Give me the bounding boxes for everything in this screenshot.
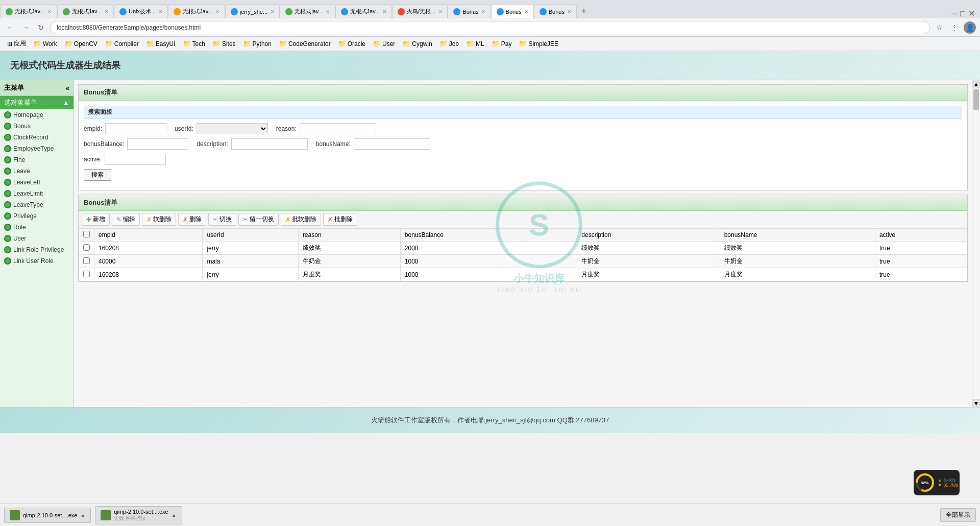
userId-select[interactable] [197, 123, 268, 134]
sidebar-section-btn[interactable]: 选对象菜单 ▲ [0, 96, 74, 109]
edit-button[interactable]: ✎ 编辑 [112, 213, 140, 226]
sidebar-item-employeetype[interactable]: EmployeeType [0, 143, 74, 154]
sidebar-item-link-user-role[interactable]: Link User Role [0, 255, 74, 267]
forward-button[interactable]: → [19, 21, 32, 34]
taskbar-item-1[interactable]: qimp-2.10.0-set....exe ▲ [4, 508, 91, 523]
tab-close-6[interactable]: × [326, 8, 330, 15]
tab-7[interactable]: 无根式Jav... × [335, 4, 393, 18]
back-button[interactable]: ← [4, 21, 16, 34]
row1-checkbox[interactable] [83, 244, 90, 251]
tab-9[interactable]: Bonus × [448, 4, 491, 18]
tab-1[interactable]: 无根式Jav... × [0, 4, 57, 18]
row2-userId: mala [203, 255, 298, 268]
close-window-button[interactable]: ✕ [968, 9, 975, 18]
tab-2[interactable]: 无根式Jav... × [57, 4, 114, 18]
delete-button[interactable]: ✗ 删除 [178, 213, 206, 226]
bookmark-codegenerator[interactable]: 📁 CodeGenerator [276, 39, 334, 49]
sidebar-item-leavelimit[interactable]: LeaveLimit [0, 188, 74, 199]
tab-close-7[interactable]: × [383, 8, 386, 15]
bookmark-work[interactable]: 📁 Work [30, 39, 60, 49]
sidebar-collapse-btn[interactable]: « [66, 84, 69, 92]
bookmark-ml[interactable]: 📁 ML [463, 39, 487, 49]
sidebar-item-link-role-privilege[interactable]: Link Role Privilege [0, 244, 74, 255]
tab-close-11[interactable]: × [568, 8, 571, 15]
sidebar-item-icon-clockrecord [4, 134, 11, 141]
scroll-thumb[interactable] [973, 89, 979, 110]
tab-4[interactable]: 无根式Jav... × [168, 4, 225, 18]
new-tab-button[interactable]: + [577, 4, 591, 18]
description-input[interactable] [231, 138, 308, 150]
right-scrollbar[interactable]: ▲ ▼ [972, 80, 980, 407]
sidebar-item-leaveleft[interactable]: LeaveLeft [0, 177, 74, 188]
scroll-down-btn[interactable]: ▼ [972, 399, 980, 407]
tab-favicon-7 [341, 8, 348, 15]
bookmark-simplejee[interactable]: 📁 SimpleJEE [516, 39, 561, 49]
reload-button[interactable]: ↻ [35, 21, 47, 34]
keep-one-button[interactable]: ✂ 留一切换 [238, 213, 279, 226]
bookmark-easyui[interactable]: 📁 EasyUI [143, 39, 179, 49]
tab-close-3[interactable]: × [159, 8, 162, 15]
batch-soft-delete-button[interactable]: ✗ 批软删除 [281, 213, 321, 226]
table-row[interactable]: 160208 jerry 月度奖 1000 月度奖 月度奖 true [79, 268, 967, 281]
row3-checkbox[interactable] [83, 271, 90, 277]
sidebar-item-role[interactable]: Role [0, 222, 74, 233]
sidebar-item-fine[interactable]: Fine [0, 154, 74, 165]
sidebar-item-leave[interactable]: Leave [0, 165, 74, 177]
show-all-button[interactable]: 全部显示 [940, 508, 976, 522]
tab-5[interactable]: jerry_she... × [225, 4, 280, 18]
address-bar[interactable]: localhost:8080/GenerateSample/pages/bonu… [50, 21, 930, 34]
bookmark-oracle[interactable]: 📁 Oracle [335, 39, 369, 49]
bookmark-tech[interactable]: 📁 Tech [180, 39, 208, 49]
search-button[interactable]: 搜索 [84, 169, 111, 181]
sidebar-item-leavetype[interactable]: LeaveType [0, 199, 74, 210]
tab-6[interactable]: 无根式jav... × [280, 4, 335, 18]
empid-input[interactable] [105, 123, 166, 134]
tab-close-10[interactable]: × [525, 8, 528, 15]
tab-11[interactable]: Bonus × [534, 4, 577, 18]
bookmark-sites[interactable]: 📁 Sites [209, 39, 239, 49]
row1-description: 绩效奖 [577, 242, 720, 255]
bookmark-python[interactable]: 📁 Python [240, 39, 275, 49]
tab-3[interactable]: Unix技术... × [114, 4, 168, 18]
bookmark-cygwin[interactable]: 📁 Cygwin [399, 39, 435, 49]
sidebar-item-user[interactable]: User [0, 233, 74, 244]
sidebar-item-clockrecord[interactable]: ClockRecord [0, 132, 74, 143]
tab-10[interactable]: Bonus × [491, 4, 534, 18]
menu-button[interactable]: ⋮ [948, 21, 961, 34]
switch-button[interactable]: ✂ 切换 [208, 213, 236, 226]
active-input[interactable] [105, 154, 166, 165]
minimize-button[interactable]: ─ [951, 9, 957, 18]
soft-delete-button[interactable]: ✗ 软删除 [142, 213, 176, 226]
maximize-button[interactable]: □ [960, 9, 965, 18]
tab-close-5[interactable]: × [271, 8, 274, 15]
select-all-checkbox[interactable] [83, 231, 90, 237]
sidebar-item-privilege[interactable]: Privilege [0, 210, 74, 222]
bookmark-job[interactable]: 📁 Job [436, 39, 462, 49]
bookmark-apps[interactable]: ⊞ 应用 [4, 38, 29, 49]
tab-close-8[interactable]: × [438, 8, 442, 15]
tab-close-4[interactable]: × [216, 8, 219, 15]
tab-close-9[interactable]: × [482, 8, 485, 15]
bookmark-pay[interactable]: 📁 Pay [488, 39, 515, 49]
bonusBalance-input[interactable] [127, 138, 188, 150]
taskbar-item-2[interactable]: qimp-2.10.0-set....exe 失败·网络措误 ▲ [95, 506, 182, 524]
sidebar-item-bonus[interactable]: Bonus [0, 121, 74, 132]
add-button[interactable]: ✚ 新增 [82, 213, 110, 226]
tab-close-1[interactable]: × [47, 8, 51, 15]
tab-8[interactable]: 火鸟/无根... × [392, 4, 448, 18]
bookmark-user[interactable]: 📁 User [370, 39, 398, 49]
star-button[interactable]: ☆ [933, 21, 945, 34]
scroll-up-btn[interactable]: ▲ [972, 80, 980, 88]
table-row[interactable]: 160208 jerry 绩效奖 2000 绩效奖 绩效奖 true [79, 242, 967, 255]
batch-delete-button[interactable]: ✗ 批删除 [323, 213, 357, 226]
bookmark-opencv[interactable]: 📁 OpenCV [61, 39, 101, 49]
row2-checkbox[interactable] [83, 257, 90, 264]
bonusName-input[interactable] [354, 138, 430, 150]
reason-input[interactable] [300, 123, 376, 134]
sidebar-item-label-link-user-role: Link User Role [13, 257, 54, 265]
sidebar-item-homepage[interactable]: Homepage [0, 109, 74, 121]
table-row[interactable]: 40000 mala 牛奶金 1000 牛奶金 牛奶金 true [79, 255, 967, 268]
profile-icon[interactable]: 👤 [964, 21, 976, 34]
bookmark-compiler[interactable]: 📁 Compiler [102, 39, 142, 49]
tab-close-2[interactable]: × [105, 8, 108, 15]
